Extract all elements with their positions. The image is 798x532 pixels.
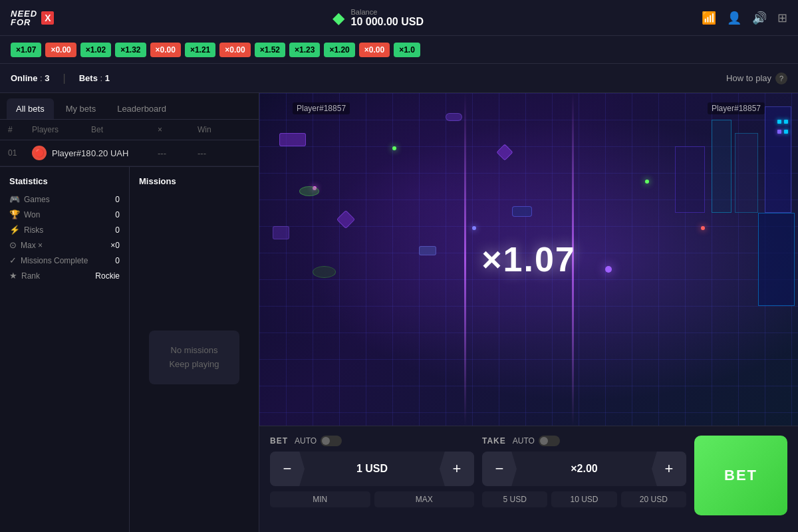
stat-value: 0 (115, 195, 120, 204)
multiplier-badge: ×1.32 (115, 43, 146, 57)
car-2 (419, 246, 436, 255)
stat-label-cell: ⚡ Risks (9, 225, 43, 235)
multiplier-badge: ×0.00 (359, 43, 390, 57)
building-2 (735, 133, 758, 213)
logo: NEED FOR X (11, 9, 54, 27)
center-obj-2 (496, 144, 513, 160)
multiplier-badge: ×1.07 (11, 43, 41, 57)
stat-label-cell: 🏆 Won (9, 209, 40, 219)
stat-label: Games (24, 195, 50, 204)
help-icon: ? (775, 72, 787, 84)
stat-row: ⊙ Max × ×0 (9, 240, 120, 250)
balance-info: Balance 10 000.00 USD (351, 8, 424, 28)
controls-area: BET AUTO − 1 USD + MIN MAX (259, 426, 798, 532)
stat-label-cell: ⊙ Max × (9, 240, 43, 250)
table-row: 01 🔴 Player#18 0.20 UAH --- --- (0, 140, 259, 166)
auto-label-2: AUTO (513, 436, 535, 446)
stat-label: Risks (24, 225, 43, 235)
col-win: Win (198, 125, 251, 134)
bet-value: 0.20 UAH (91, 148, 158, 158)
left-obj-2 (299, 186, 319, 196)
take-preset-5[interactable]: 5 USD (482, 491, 547, 507)
missions-empty-text: No missions Keep playing (169, 344, 219, 372)
bet-minus-button[interactable]: − (270, 452, 305, 486)
bet-label: BET (270, 436, 288, 446)
bet-auto-switch[interactable] (321, 436, 342, 446)
multiplier-badge: ×0.00 (45, 43, 76, 57)
user-icon[interactable]: 👤 (727, 11, 741, 25)
player-cell: 🔴 Player#18 (32, 146, 91, 160)
left-obj-4 (313, 266, 336, 278)
left-obj-1 (279, 133, 306, 146)
stat-label: Max × (21, 241, 43, 250)
main-layout: All bets My bets Leaderboard # Players B… (0, 93, 798, 532)
balance-value: 10 000.00 USD (351, 16, 424, 28)
table-header: # Players Bet × Win (0, 120, 259, 140)
stat-value: 0 (115, 210, 120, 219)
multiplier-badge: ×1.52 (255, 43, 285, 57)
window-glow-3 (784, 130, 788, 134)
take-auto-toggle[interactable]: AUTO (513, 436, 560, 446)
take-plus-button[interactable]: + (652, 452, 686, 486)
multiplier-badge: ×1.21 (185, 43, 215, 57)
take-preset-10[interactable]: 10 USD (551, 491, 616, 507)
stat-label: Rank (21, 271, 40, 281)
multiplier-badge: ×1.20 (324, 43, 354, 57)
take-minus-button[interactable]: − (482, 452, 517, 486)
stat-value: ×0 (110, 241, 120, 250)
sub-header: Online : 3 | Bets : 1 How to play ? (0, 64, 798, 93)
balance-section: ◆ Balance 10 000.00 USD (332, 8, 424, 28)
building-3 (712, 120, 732, 213)
stat-icon: ✓ (9, 255, 17, 265)
tab-all-bets[interactable]: All bets (7, 98, 54, 119)
stat-icon: 🏆 (9, 209, 20, 219)
bet-presets: MIN MAX (270, 491, 474, 507)
missions-empty-box: No missions Keep playing (149, 331, 239, 385)
left-obj-5 (336, 210, 355, 229)
stat-value: 0 (115, 256, 120, 265)
missions-empty: No missions Keep playing (139, 194, 249, 521)
bet-label-row: BET AUTO (270, 436, 474, 446)
bet-amount-control: − 1 USD + (270, 452, 474, 486)
header: NEED FOR X ◆ Balance 10 000.00 USD 📶 👤 🔊… (0, 0, 798, 36)
bet-max-button[interactable]: MAX (374, 491, 475, 507)
settings-icon[interactable]: ⊞ (777, 11, 787, 25)
statistics-panel: Statistics 🎮 Games 0 🏆 Won 0 ⚡ Risks 0 ⊙… (0, 166, 130, 532)
stat-icon: ★ (9, 271, 17, 281)
stat-icon: ⊙ (9, 240, 17, 250)
left-obj-3 (273, 226, 289, 239)
center-obj-1 (446, 113, 462, 121)
multiplier-badge: ×0.00 (219, 43, 250, 57)
bet-auto-toggle[interactable]: AUTO (295, 436, 342, 446)
building-4 (675, 146, 705, 213)
stat-row: 🎮 Games 0 (9, 194, 120, 204)
online-info: Online : 3 (11, 73, 50, 83)
city-buildings (652, 93, 798, 426)
col-mult: × (158, 125, 198, 134)
how-to-play-button[interactable]: How to play ? (726, 72, 787, 84)
take-preset-20[interactable]: 20 USD (621, 491, 686, 507)
left-panel: All bets My bets Leaderboard # Players B… (0, 93, 259, 532)
tab-leaderboard[interactable]: Leaderboard (108, 98, 176, 119)
wifi-icon[interactable]: 📶 (702, 11, 716, 25)
car-1 (512, 206, 532, 217)
take-auto-switch[interactable] (539, 436, 560, 446)
main-bet-button[interactable]: BET (694, 436, 787, 515)
stat-row: 🏆 Won 0 (9, 209, 120, 219)
stat-row: ✓ Missions Complete 0 (9, 255, 120, 265)
logo-text2: FOR (11, 18, 31, 27)
bet-min-button[interactable]: MIN (270, 491, 370, 507)
mult-value: --- (158, 148, 198, 158)
online-label: Online (11, 73, 37, 83)
bottom-panels: Statistics 🎮 Games 0 🏆 Won 0 ⚡ Risks 0 ⊙… (0, 166, 259, 532)
multiplier-display: ×1.07 (481, 239, 576, 279)
tab-my-bets[interactable]: My bets (57, 98, 106, 119)
col-players: Players (32, 125, 91, 134)
stat-value: Rockie (95, 271, 120, 281)
bet-section: BET AUTO − 1 USD + MIN MAX (270, 436, 474, 507)
bet-plus-button[interactable]: + (440, 452, 474, 486)
header-icons: 📶 👤 🔊 ⊞ (702, 11, 787, 25)
bets-info: Bets : 1 (79, 73, 110, 83)
balance-label: Balance (351, 8, 424, 16)
volume-icon[interactable]: 🔊 (752, 11, 767, 25)
